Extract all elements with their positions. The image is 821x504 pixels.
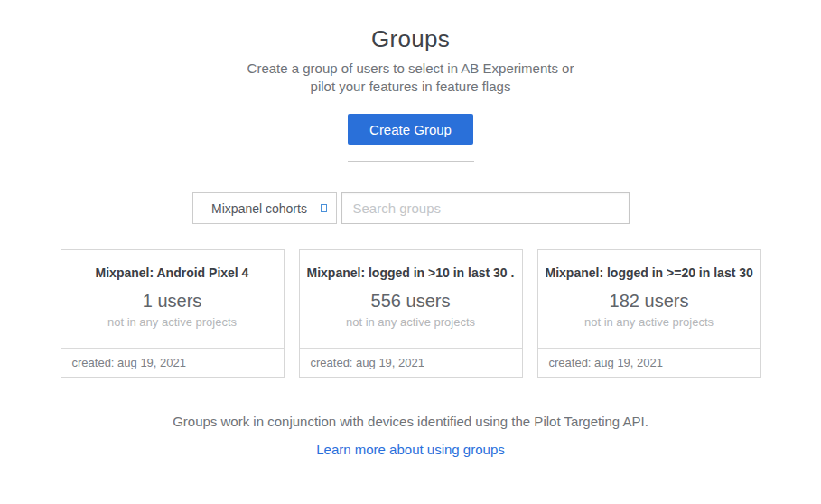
group-created-date: created: aug 19, 2021: [61, 348, 284, 377]
group-projects-note: not in any active projects: [69, 315, 276, 329]
footer-note: Groups work in conjunction with devices …: [0, 414, 821, 429]
page-footer: Groups work in conjunction with devices …: [0, 414, 821, 458]
group-card-body: Mixpanel: logged in >=20 in last 30... 1…: [538, 250, 760, 348]
group-card-body: Mixpanel: logged in >10 in last 30 ... 5…: [300, 250, 522, 348]
group-card[interactable]: Mixpanel: Android Pixel 4 1 users not in…: [61, 249, 285, 378]
group-name: Mixpanel: logged in >=20 in last 30...: [546, 266, 753, 280]
page-title: Groups: [0, 25, 821, 53]
group-cards-row: Mixpanel: Android Pixel 4 1 users not in…: [61, 249, 761, 378]
dropdown-indicator-icon: [321, 204, 327, 212]
page-subtitle: Create a group of users to select in AB …: [239, 60, 583, 96]
group-created-date: created: aug 19, 2021: [538, 348, 760, 377]
group-user-count: 556 users: [307, 291, 515, 312]
create-group-button[interactable]: Create Group: [348, 114, 473, 145]
group-user-count: 1 users: [69, 291, 276, 312]
filters-row: Mixpanel cohorts: [192, 192, 630, 224]
search-groups-input[interactable]: [341, 192, 630, 224]
section-divider: [348, 161, 474, 162]
group-card[interactable]: Mixpanel: logged in >10 in last 30 ... 5…: [299, 249, 523, 378]
group-name: Mixpanel: logged in >10 in last 30 ...: [307, 266, 515, 280]
group-projects-note: not in any active projects: [546, 315, 753, 329]
group-card-body: Mixpanel: Android Pixel 4 1 users not in…: [61, 250, 284, 348]
cohort-source-dropdown[interactable]: Mixpanel cohorts: [192, 192, 337, 224]
group-name: Mixpanel: Android Pixel 4: [69, 266, 276, 280]
groups-page: Groups Create a group of users to select…: [0, 0, 821, 504]
group-projects-note: not in any active projects: [307, 315, 515, 329]
learn-more-link[interactable]: Learn more about using groups: [316, 442, 504, 457]
group-created-date: created: aug 19, 2021: [300, 348, 522, 377]
group-user-count: 182 users: [546, 291, 753, 312]
page-header: Groups Create a group of users to select…: [0, 0, 821, 162]
cohort-dropdown-value: Mixpanel cohorts: [206, 201, 313, 216]
group-card[interactable]: Mixpanel: logged in >=20 in last 30... 1…: [537, 249, 761, 378]
